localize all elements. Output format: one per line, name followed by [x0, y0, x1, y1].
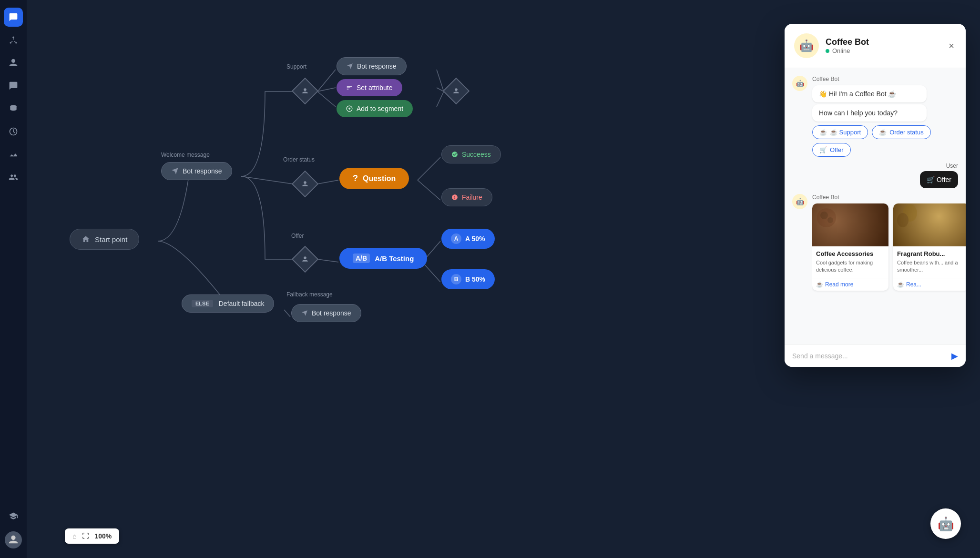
product-1-title: Coffee Accessories [816, 250, 885, 257]
product-card-2[interactable]: Fragrant Robu... Coffee beans with... an… [893, 203, 966, 291]
chat-messages-area[interactable]: 🤖 Coffee Bot 👋 Hi! I'm a Coffee Bot ☕ Ho… [785, 68, 966, 345]
product-2-title: Fragrant Robu... [897, 250, 966, 257]
add-to-segment-node[interactable]: Add to segment [337, 100, 413, 117]
welcome-bot-response-label: Bot response [183, 167, 222, 175]
order-status-branch-label: Order status [283, 155, 315, 163]
sidebar-item-team[interactable] [4, 168, 23, 187]
failure-label: Failure [462, 193, 482, 201]
bot-message-avatar: 🤖 [792, 76, 807, 91]
chat-bot-status: Online [826, 47, 940, 54]
sidebar-item-network[interactable] [4, 30, 23, 50]
ab-a-label: A 50% [465, 235, 485, 243]
sidebar [0, 0, 27, 558]
bot-product-avatar: 🤖 [792, 194, 807, 209]
quick-reply-support[interactable]: ☕ ☕ Support [812, 125, 868, 139]
quick-reply-offer[interactable]: 🛒 Offer [812, 143, 851, 157]
product-2-info: Fragrant Robu... Coffee beans with... an… [893, 246, 966, 278]
bot-product-group: 🤖 Coffee Bot Coffee [792, 194, 958, 293]
start-point-label: Start point [95, 235, 127, 243]
svg-point-2 [15, 42, 17, 43]
sidebar-item-users[interactable] [4, 53, 23, 72]
fallback-bot-response-label: Bot response [312, 309, 351, 317]
sidebar-item-messages[interactable] [4, 76, 23, 95]
chat-bot-avatar: 🤖 [794, 33, 819, 58]
chat-header: 🤖 Coffee Bot Online × [785, 24, 966, 68]
user-avatar[interactable] [5, 531, 22, 548]
offer-connector[interactable] [293, 247, 317, 272]
chat-message-input[interactable] [792, 352, 947, 360]
ab-a-node[interactable]: A A 50% [441, 229, 495, 249]
support-branch-label: Support [286, 62, 306, 71]
chat-bot-name: Coffee Bot [826, 37, 940, 47]
bot-bubble-1: 👋 Hi! I'm a Coffee Bot ☕ [812, 85, 927, 102]
user-message-group: User 🛒 Offer [792, 162, 958, 188]
product-1-desc: Cool gadgets for making delicious coffee… [816, 259, 885, 274]
bot-sender-name: Coffee Bot [812, 76, 958, 82]
sidebar-item-database[interactable] [4, 99, 23, 118]
order-connector[interactable] [293, 172, 317, 196]
question-label: Question [363, 174, 396, 183]
failure-node[interactable]: Failure [441, 188, 492, 206]
home-zoom-icon[interactable]: ⌂ [72, 532, 76, 540]
user-message-wrap: 🛒 Offer [792, 171, 958, 188]
bot-product-content: Coffee Bot Coffee Accessories [812, 194, 966, 293]
bot-floater-button[interactable]: 🤖 [930, 508, 961, 539]
default-fallback-node[interactable]: ELSE Default fallback [182, 294, 274, 313]
welcome-bot-response-node[interactable]: Bot response [161, 162, 232, 180]
product-image-1 [812, 203, 888, 246]
chat-bot-info: Coffee Bot Online [826, 37, 940, 54]
status-text: Online [832, 47, 850, 54]
success-label: Succeess [462, 151, 491, 158]
svg-point-8 [827, 217, 833, 223]
chat-close-button[interactable]: × [947, 39, 956, 53]
ab-testing-node[interactable]: A/B A/B Testing [339, 248, 427, 269]
chat-input-area: ▶ [785, 345, 966, 367]
bot-message-group: 🤖 Coffee Bot 👋 Hi! I'm a Coffee Bot ☕ Ho… [792, 76, 958, 157]
support-bot-response-label: Bot response [357, 62, 397, 70]
add-to-segment-label: Add to segment [357, 105, 403, 112]
welcome-message-label: Welcome message [161, 150, 210, 159]
product-image-2 [893, 203, 966, 246]
fallback-bot-response-node[interactable]: Bot response [291, 304, 361, 322]
sidebar-bottom [4, 507, 23, 548]
quick-replies: ☕ ☕ Support ☕ Order status 🛒 Offer [812, 125, 958, 157]
zoom-control: ⌂ ⛶ 100% [65, 528, 119, 544]
fullscreen-icon[interactable]: ⛶ [82, 532, 89, 540]
support-connector[interactable] [293, 79, 317, 103]
svg-point-10 [897, 213, 909, 227]
svg-point-0 [12, 37, 14, 38]
zoom-level: 100% [94, 532, 112, 540]
default-fallback-label: Default fallback [219, 300, 265, 307]
sidebar-item-chat[interactable] [4, 8, 23, 27]
sidebar-item-clock[interactable] [4, 122, 23, 141]
sidebar-item-graduation[interactable] [4, 507, 23, 526]
bot-product-sender: Coffee Bot [812, 194, 966, 201]
chat-widget: 🤖 Coffee Bot Online × 🤖 Coffee Bot 👋 Hi!… [785, 24, 966, 367]
start-point-node[interactable]: Start point [70, 229, 139, 250]
ab-b-node[interactable]: B B 50% [441, 269, 495, 289]
quick-reply-order-status[interactable]: ☕ Order status [872, 125, 931, 139]
bot-message-content: Coffee Bot 👋 Hi! I'm a Coffee Bot ☕ How … [812, 76, 958, 157]
status-indicator [826, 49, 829, 53]
support-bot-response-node[interactable]: Bot response [337, 57, 407, 75]
product-cards: Coffee Accessories Cool gadgets for maki… [812, 203, 966, 293]
chat-send-button[interactable]: ▶ [951, 351, 958, 361]
set-attribute-node[interactable]: Set attribute [337, 79, 402, 96]
product-2-link[interactable]: ☕ Rea... [893, 278, 966, 291]
offer-branch-label: Offer [291, 231, 304, 240]
user-bubble: 🛒 Offer [920, 171, 958, 188]
svg-point-1 [10, 42, 11, 43]
set-attribute-label: Set attribute [357, 84, 393, 91]
ab-b-label: B 50% [465, 275, 485, 283]
question-node[interactable]: ? Question [339, 168, 409, 189]
sidebar-item-analytics[interactable] [4, 145, 23, 164]
ab-testing-label: A/B Testing [375, 254, 414, 263]
product-1-info: Coffee Accessories Cool gadgets for maki… [812, 246, 888, 278]
product-card-1[interactable]: Coffee Accessories Cool gadgets for maki… [812, 203, 888, 291]
support-right-connector[interactable] [444, 79, 469, 103]
product-1-link[interactable]: ☕ Read more [812, 278, 888, 291]
user-label: User [792, 162, 958, 169]
product-2-desc: Coffee beans with... and a smoother... [897, 259, 966, 274]
success-node[interactable]: Succeess [441, 145, 501, 163]
else-badge: ELSE [192, 300, 213, 307]
